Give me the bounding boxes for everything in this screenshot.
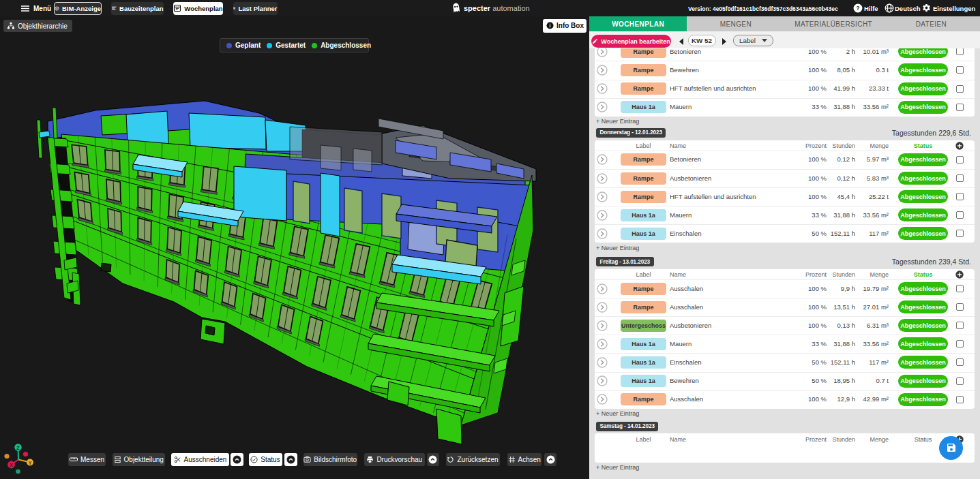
svg-text:Y: Y [29, 461, 32, 465]
svg-text:?: ? [857, 5, 860, 12]
svg-text:Z: Z [16, 446, 20, 450]
svg-text:X: X [10, 463, 13, 467]
